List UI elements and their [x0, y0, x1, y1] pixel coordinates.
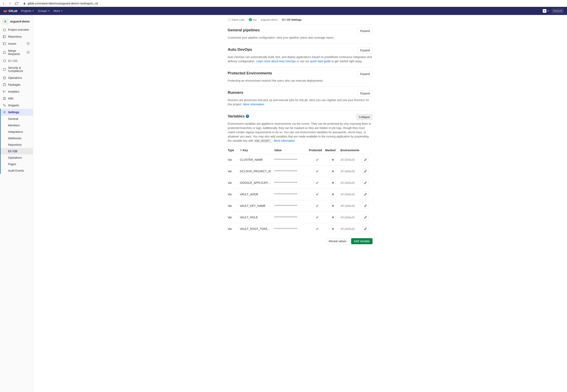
cell-key: GCLOUD_PROJECT_ID — [240, 170, 274, 173]
col-protected[interactable]: Protected — [309, 149, 325, 152]
table-row: VarVAULT_KEY_NAME*********************✕A… — [228, 200, 373, 211]
cell-environments: All (default) — [341, 227, 360, 230]
edit-variable-button[interactable] — [362, 191, 369, 197]
sidebar-item-ci-cd[interactable]: CI / CD — [0, 57, 33, 64]
project-avatar: A — [2, 19, 8, 24]
cell-protected — [309, 204, 325, 207]
forward-icon[interactable] — [8, 1, 12, 5]
sidebar-icon — [3, 42, 6, 45]
sidebar-item-analytics[interactable]: Analytics — [0, 88, 33, 95]
section-protected-env: Protected Environments Expand Protecting… — [228, 67, 373, 87]
nav-groups[interactable]: Groups — [38, 9, 50, 13]
edit-variable-button[interactable] — [362, 214, 369, 220]
edit-variable-button[interactable] — [362, 203, 369, 209]
quick-start-link[interactable]: quick start guide — [310, 60, 331, 63]
cell-type: Var — [228, 193, 240, 196]
expand-button[interactable]: Expand — [358, 90, 372, 97]
edit-variable-button[interactable] — [362, 180, 369, 186]
table-row: VarCLUSTER_NAME*********************✕All… — [228, 154, 373, 165]
project-tile[interactable]: A asguard-demo — [0, 16, 33, 26]
reload-icon[interactable] — [14, 1, 19, 5]
section-desc: Auto DevOps can automatically build, tes… — [228, 55, 373, 63]
sidebar-icon — [3, 68, 6, 71]
breadcrumb-group[interactable]: AStack-Labs — [228, 18, 245, 21]
sidebar-icon — [3, 111, 6, 114]
edit-variable-button[interactable] — [362, 157, 369, 163]
edit-variable-button[interactable] — [362, 226, 369, 232]
gitlab-logo[interactable]: GitLab — [3, 9, 17, 13]
sidebar-item-project-overview[interactable]: Project overview — [0, 26, 33, 33]
cell-value: ********************* — [274, 204, 309, 208]
learn-more-link[interactable]: Learn more about Auto DevOps — [256, 60, 296, 63]
sidebar-item-snippets[interactable]: Snippets — [0, 102, 33, 109]
breadcrumb-project[interactable]: asguard-demo — [261, 18, 278, 21]
settings-sub-integrations[interactable]: Integrations — [0, 128, 33, 135]
table-row: VarGOOGLE_APPLICATION_CRE…**************… — [228, 177, 373, 188]
sidebar-icon — [3, 35, 6, 38]
search-input[interactable]: Search — [552, 9, 564, 13]
table-row: VarVAULT_ADDR*********************✕All (… — [228, 188, 373, 200]
sidebar-item-security-compliance[interactable]: Security & Compliance — [0, 64, 33, 74]
expand-button[interactable]: Expand — [358, 71, 372, 77]
sidebar-item-wiki[interactable]: Wiki — [0, 95, 33, 102]
section-desc: Customize your pipeline configuration, v… — [228, 36, 373, 40]
sidebar-item-label: Analytics — [8, 90, 30, 93]
settings-sub-audit-events[interactable]: Audit Events — [0, 168, 33, 174]
cell-masked: ✕ — [325, 227, 341, 230]
settings-sub-repository[interactable]: Repository — [0, 141, 33, 148]
more-info-link[interactable]: More information — [274, 139, 295, 142]
col-key[interactable]: Key — [240, 149, 274, 152]
variables-table: Type Key Value Protected Masked Environm… — [228, 147, 373, 235]
url-bar[interactable]: gitlab.com/stack-labs/oss/asguard-demo/-… — [21, 1, 565, 6]
sidebar-icon — [3, 97, 6, 100]
settings-sub-members[interactable]: Members — [0, 122, 33, 128]
settings-sub-general[interactable]: General — [0, 116, 33, 122]
cell-key: GOOGLE_APPLICATION_CRE… — [240, 181, 274, 184]
nav-more[interactable]: More — [54, 9, 63, 13]
settings-sub-operations[interactable]: Operations — [0, 154, 33, 161]
expand-button[interactable]: Expand — [358, 47, 372, 53]
section-title: Protected Environments — [228, 71, 272, 75]
col-environments[interactable]: Environments — [341, 149, 360, 152]
sidebar-item-repository[interactable]: Repository — [0, 33, 33, 40]
svg-point-2 — [4, 43, 4, 44]
section-title: Variables ? — [228, 114, 249, 118]
col-value[interactable]: Value — [274, 149, 309, 152]
cell-environments: All (default) — [341, 204, 360, 208]
cell-value: ********************* — [274, 216, 309, 219]
sidebar-icon — [3, 59, 6, 62]
table-row: VarVAULT_ROLE*********************✕All (… — [228, 211, 373, 223]
sidebar-item-issues[interactable]: Issues0 — [0, 40, 33, 47]
new-dropdown[interactable]: + — [543, 9, 549, 13]
help-icon[interactable]: ? — [246, 115, 249, 118]
cell-protected — [309, 227, 325, 230]
table-row: VarGCLOUD_PROJECT_ID********************… — [228, 165, 373, 177]
sort-asc-icon — [240, 149, 242, 151]
nav-projects[interactable]: Projects — [21, 9, 34, 13]
table-row: VarVAULT_ROOT_TOKEN_ID******************… — [228, 223, 373, 235]
edit-variable-button[interactable] — [362, 168, 369, 174]
col-masked[interactable]: Masked — [325, 149, 341, 152]
cell-protected — [309, 181, 325, 184]
sidebar-item-settings[interactable]: Settings — [0, 109, 33, 116]
sidebar-item-operations[interactable]: Operations — [0, 74, 33, 81]
section-general-pipelines: General pipelines Expand Customize your … — [228, 24, 373, 44]
settings-sub-ci-cd[interactable]: CI / CD — [0, 148, 33, 154]
col-type[interactable]: Type — [228, 149, 240, 152]
breadcrumb-subgroup[interactable]: ●oss — [249, 18, 257, 21]
more-info-link[interactable]: More information — [243, 103, 264, 106]
settings-sub-pages[interactable]: Pages — [0, 161, 33, 168]
sidebar-item-packages[interactable]: Packages — [0, 81, 33, 88]
cell-masked: ✕ — [325, 204, 341, 208]
expand-button[interactable]: Expand — [358, 28, 372, 34]
reveal-values-button[interactable]: Reveal values — [326, 238, 349, 244]
sidebar-item-merge-requests[interactable]: Merge Requests0 — [0, 47, 33, 57]
settings-sub-webhooks[interactable]: Webhooks — [0, 135, 33, 141]
add-variable-button[interactable]: Add Variable — [351, 238, 372, 244]
back-icon[interactable] — [2, 1, 6, 5]
cell-protected — [309, 193, 325, 196]
cell-masked: ✕ — [325, 170, 341, 173]
collapse-button[interactable]: Collapse — [356, 114, 372, 120]
sidebar-icon — [3, 104, 6, 107]
chevron-down-icon — [547, 10, 549, 12]
